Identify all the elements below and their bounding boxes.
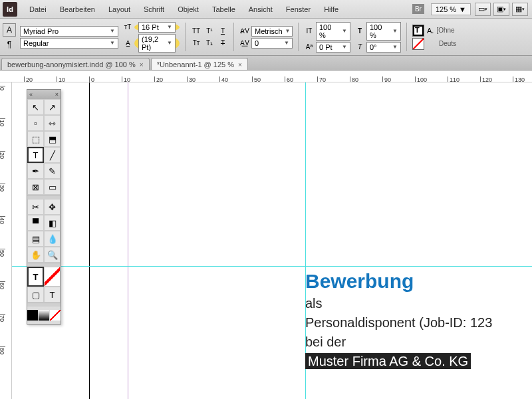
page-tool[interactable]: ▫	[27, 115, 44, 131]
font-style-select[interactable]: Regular▼	[20, 38, 118, 49]
view-mode-btn-2[interactable]: ▣▾	[493, 3, 509, 16]
subscript-icon[interactable]: T₁	[204, 38, 215, 49]
collapse-icon[interactable]: «	[29, 91, 33, 98]
tracking-select[interactable]: 0▼	[251, 38, 293, 49]
kerning-icon: A̷V	[239, 26, 250, 37]
pencil-tool[interactable]: ✎	[44, 163, 61, 179]
font-family-select[interactable]: Myriad Pro▼	[20, 26, 118, 37]
menu-layout[interactable]: Layout	[102, 3, 137, 16]
tab-label: bewerbung-anonymisiert.indd @ 100 %	[7, 61, 136, 68]
superscript-icon[interactable]: T¹	[204, 26, 215, 37]
close-icon[interactable]: ×	[55, 91, 59, 98]
content-placer-tool[interactable]: ⬒	[44, 131, 61, 147]
guide-horizontal[interactable]	[12, 266, 532, 267]
menu-fenster[interactable]: Fenster	[279, 3, 317, 16]
fill-swatch[interactable]: T	[412, 25, 424, 37]
apply-gradient-icon[interactable]	[39, 310, 49, 321]
view-mode-btn-3[interactable]: ▦▾	[512, 3, 528, 16]
apply-none-icon[interactable]	[50, 310, 61, 321]
doc-l2b: (Job-ID	[419, 315, 463, 330]
ruler-horizontal[interactable]: 20100102030405060708090100110120130	[0, 70, 532, 82]
menu-datei[interactable]: Datei	[23, 3, 53, 16]
tracking-icon: A͟V	[239, 38, 250, 49]
skew-select[interactable]: 0°▼	[366, 42, 401, 53]
close-icon[interactable]: ×	[238, 61, 242, 68]
skew-icon: T	[354, 42, 365, 53]
menubar: Id Datei Bearbeiten Layout Schrift Objek…	[0, 0, 532, 19]
document-tabs: bewerbung-anonymisiert.indd @ 100 %× *Un…	[0, 56, 532, 70]
vscale-value: 100 %	[319, 23, 339, 39]
line-tool[interactable]: ╱	[44, 147, 61, 163]
note-tool[interactable]: ▤	[27, 231, 44, 247]
hscale-icon: T	[354, 26, 365, 37]
font-size-select[interactable]: 16 Pt▼	[138, 22, 176, 33]
char-panel-icon[interactable]: A	[3, 23, 16, 37]
doc-title[interactable]: Bewerbung	[305, 270, 492, 293]
chevron-down-icon: ▼	[392, 28, 398, 34]
bridge-icon[interactable]: Br	[412, 4, 424, 14]
zoom-select[interactable]: 125 %▼	[431, 3, 471, 15]
leading-icon: A̲	[122, 38, 133, 49]
selection-tool[interactable]: ↖	[27, 99, 44, 115]
type-tool[interactable]: T	[27, 147, 44, 163]
fill-stroke-none[interactable]	[44, 267, 61, 287]
ruler-vertical[interactable]: 01020304050607080	[0, 82, 12, 399]
font-style-value: Regular	[23, 39, 49, 47]
direct-selection-tool[interactable]: ↗	[44, 99, 61, 115]
chevron-down-icon: ▼	[110, 28, 115, 34]
hand-tool[interactable]: ✋	[27, 247, 44, 263]
apply-container-icon[interactable]: ▢	[27, 287, 44, 303]
menu-tabelle[interactable]: Tabelle	[205, 3, 242, 16]
menu-objekt[interactable]: Objekt	[171, 3, 205, 16]
doc-line-2[interactable]: Personaldisponent (Job-ID: 123	[305, 313, 492, 332]
gradient-swatch-tool[interactable]: ▀	[27, 215, 44, 231]
tools-header[interactable]: «×	[27, 90, 61, 99]
scissors-tool[interactable]: ✂	[27, 199, 44, 215]
gradient-feather-tool[interactable]: ◧	[44, 215, 61, 231]
chevron-down-icon: ▼	[342, 28, 347, 34]
tab-doc-1[interactable]: bewerbung-anonymisiert.indd @ 100 %×	[1, 58, 150, 70]
leading-select[interactable]: (19,2 Pt)▼	[138, 34, 176, 53]
vscale-select[interactable]: 100 %▼	[316, 22, 350, 41]
free-transform-tool[interactable]: ✥	[44, 199, 61, 215]
margin-guide-left[interactable]	[128, 82, 128, 399]
apply-text-icon[interactable]: T	[44, 287, 61, 303]
stroke-swatch[interactable]	[412, 38, 424, 50]
kerning-select[interactable]: Metrisch▼	[251, 26, 293, 37]
menu-hilfe[interactable]: Hilfe	[317, 3, 345, 16]
apply-color-icon[interactable]	[27, 310, 38, 321]
rectangle-frame-tool[interactable]: ⊠	[27, 179, 44, 195]
smallcaps-icon[interactable]: Tт	[191, 38, 201, 49]
hscale-select[interactable]: 100 %▼	[366, 22, 401, 41]
doc-line-4[interactable]: Muster Firma AG & Co. KG	[305, 352, 492, 371]
underline-icon[interactable]: T	[217, 26, 228, 37]
eyedropper-tool[interactable]: 💧	[44, 231, 61, 247]
doc-line-1[interactable]: als	[305, 294, 492, 313]
rectangle-tool[interactable]: ▭	[44, 179, 61, 195]
zoom-tool[interactable]: 🔍	[44, 247, 61, 263]
baseline-select[interactable]: 0 Pt▼	[316, 42, 350, 53]
chevron-down-icon: ▼	[167, 24, 172, 30]
gap-tool[interactable]: ⇿	[44, 115, 61, 131]
allcaps-icon[interactable]: TT	[191, 26, 201, 37]
menu-ansicht[interactable]: Ansicht	[242, 3, 279, 16]
close-icon[interactable]: ×	[140, 61, 144, 68]
baseline-icon: Aª	[304, 42, 315, 53]
page-edge	[89, 82, 90, 399]
doc-line-3[interactable]: bei der	[305, 332, 492, 352]
menu-schrift[interactable]: Schrift	[137, 3, 171, 16]
pen-tool[interactable]: ✒	[27, 163, 44, 179]
tools-panel[interactable]: «× ↖ ↗ ▫ ⇿ ⬚ ⬒ T ╱ ✒ ✎ ⊠ ▭ ✂ ✥ ▀ ◧ ▤ 💧	[27, 89, 61, 325]
menu-bearbeiten[interactable]: Bearbeiten	[53, 3, 102, 16]
fill-stroke-toggle[interactable]: T	[27, 267, 44, 287]
view-mode-btn-1[interactable]: ▭▾	[475, 3, 491, 16]
canvas[interactable]: Bewerbung als Personaldisponent (Job-ID:…	[12, 82, 532, 399]
doc-company: Muster Firma AG & Co. KG	[305, 353, 471, 369]
char-style-icon[interactable]: A.	[427, 27, 434, 35]
document-text: Bewerbung als Personaldisponent (Job-ID:…	[305, 270, 492, 371]
para-panel-icon[interactable]: ¶	[3, 38, 16, 51]
strikethrough-icon[interactable]: T	[217, 38, 228, 49]
content-collector-tool[interactable]: ⬚	[27, 131, 44, 147]
tab-label: *Unbenannt-1 @ 125 %	[157, 61, 234, 68]
tab-doc-2[interactable]: *Unbenannt-1 @ 125 %×	[151, 58, 248, 70]
